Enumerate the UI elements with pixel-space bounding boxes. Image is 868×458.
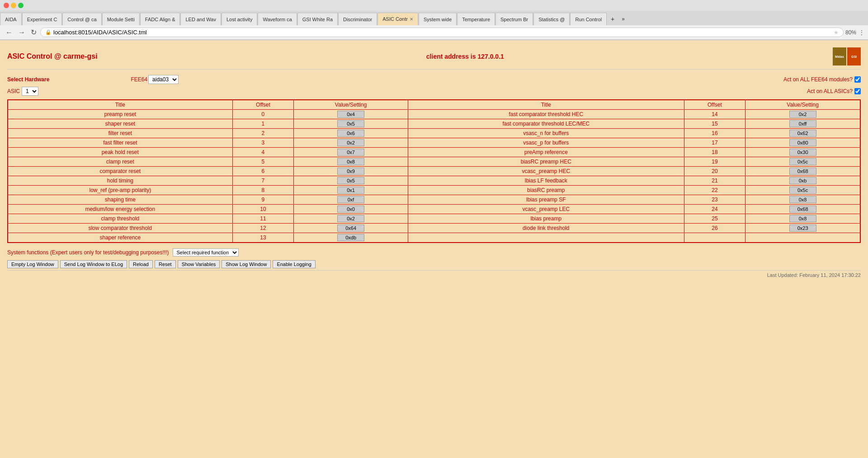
value-input-l[interactable]	[337, 196, 364, 203]
tab-module[interactable]: Module Setti	[102, 13, 140, 25]
cell-value-l[interactable]	[294, 167, 408, 176]
cell-value-r[interactable]	[745, 176, 860, 186]
value-input-l[interactable]	[337, 224, 364, 232]
new-tab-button[interactable]: +	[607, 14, 618, 24]
table-row: fast filter reset3vsasc_p for buffers17	[8, 138, 860, 148]
reload-page-button[interactable]: Reload	[129, 260, 153, 268]
tab-asic[interactable]: ASIC Contr ✕	[377, 13, 418, 25]
cell-value-r[interactable]	[745, 119, 860, 129]
cell-value-l[interactable]	[294, 233, 408, 243]
value-input-l[interactable]	[337, 149, 364, 156]
cell-value-r[interactable]	[745, 110, 860, 119]
tab-runcontrol[interactable]: Run Control	[570, 13, 607, 25]
table-row: filter reset2vsasc_n for buffers16	[8, 129, 860, 138]
value-input-r[interactable]	[789, 168, 816, 175]
hardware-label: Select Hardware	[7, 76, 49, 83]
act-all-asics-checkbox[interactable]	[854, 88, 861, 94]
show-variables-button[interactable]: Show Variables	[178, 260, 220, 268]
tab-discriminator[interactable]: Discriminator	[338, 13, 377, 25]
more-tabs-button[interactable]: »	[618, 14, 628, 24]
cell-value-r[interactable]	[745, 214, 860, 224]
act-all-fee64-checkbox[interactable]	[854, 76, 861, 83]
value-input-r[interactable]	[789, 206, 816, 213]
window-minimize-btn[interactable]	[11, 3, 16, 8]
cell-value-l[interactable]	[294, 119, 408, 129]
cell-value-r[interactable]	[745, 195, 860, 205]
show-log-button[interactable]: Show Log Window	[222, 260, 271, 268]
tab-fadc[interactable]: FADC Align &	[140, 13, 180, 25]
cell-value-r[interactable]	[745, 205, 860, 214]
window-maximize-btn[interactable]	[18, 3, 24, 8]
menu-icon[interactable]: ⋮	[859, 29, 864, 36]
cell-value-l[interactable]	[294, 157, 408, 167]
cell-value-r[interactable]	[745, 148, 860, 157]
window-close-btn[interactable]	[4, 3, 9, 8]
fee64-select[interactable]: aida03	[148, 75, 179, 84]
cell-value-l[interactable]	[294, 186, 408, 195]
cell-value-r[interactable]	[745, 233, 860, 243]
cell-value-l[interactable]	[294, 129, 408, 138]
tab-system[interactable]: System wide	[419, 13, 457, 25]
tab-spectrum[interactable]: Spectrum Br	[495, 13, 533, 25]
asic-select[interactable]: 1 2 3 4	[22, 87, 38, 96]
reset-button[interactable]: Reset	[155, 260, 176, 268]
send-log-button[interactable]: Send Log Window to ELog	[60, 260, 127, 268]
value-input-l[interactable]	[337, 234, 364, 241]
cell-value-r[interactable]	[745, 129, 860, 138]
page-title: ASIC Control @ carme-gsi	[7, 52, 98, 61]
value-input-l[interactable]	[337, 206, 364, 213]
value-input-r[interactable]	[789, 149, 816, 156]
value-input-l[interactable]	[337, 130, 364, 137]
value-input-r[interactable]	[789, 196, 816, 203]
value-input-l[interactable]	[337, 139, 364, 146]
forward-button[interactable]: →	[16, 28, 27, 37]
sys-function-select[interactable]: Select required function	[173, 248, 239, 257]
value-input-l[interactable]	[337, 215, 364, 222]
tab-close-icon[interactable]: ✕	[410, 17, 413, 22]
value-input-l[interactable]	[337, 111, 364, 118]
cell-value-r[interactable]	[745, 224, 860, 233]
cell-value-r[interactable]	[745, 138, 860, 148]
tab-experiment[interactable]: Experiment C	[22, 13, 62, 25]
cell-value-l[interactable]	[294, 205, 408, 214]
reload-button[interactable]: ↻	[29, 27, 38, 37]
value-input-r[interactable]	[789, 120, 816, 127]
cell-value-l[interactable]	[294, 138, 408, 148]
value-input-l[interactable]	[337, 177, 364, 184]
value-input-l[interactable]	[337, 168, 364, 175]
value-input-l[interactable]	[337, 120, 364, 127]
cell-value-l[interactable]	[294, 176, 408, 186]
value-input-l[interactable]	[337, 187, 364, 194]
value-input-r[interactable]	[789, 158, 816, 165]
back-button[interactable]: ←	[4, 28, 14, 37]
tab-waveform[interactable]: Waveform ca	[258, 13, 297, 25]
tab-control[interactable]: Control @ ca	[62, 13, 101, 25]
cell-value-l[interactable]	[294, 110, 408, 119]
cell-title-l: hold timing	[8, 176, 232, 186]
tab-aida[interactable]: AIDA	[0, 13, 22, 25]
cell-value-l[interactable]	[294, 214, 408, 224]
value-input-r[interactable]	[789, 177, 816, 184]
cell-value-r[interactable]	[745, 157, 860, 167]
cell-value-l[interactable]	[294, 148, 408, 157]
value-input-r[interactable]	[789, 139, 816, 146]
tab-temperature[interactable]: Temperature	[457, 13, 495, 25]
cell-value-l[interactable]	[294, 195, 408, 205]
tab-gsi[interactable]: GSI White Ra	[297, 13, 338, 25]
value-input-r[interactable]	[789, 215, 816, 222]
bookmark-icon[interactable]: ★	[834, 29, 839, 36]
address-input[interactable]	[53, 29, 832, 36]
value-input-r[interactable]	[789, 224, 816, 232]
value-input-r[interactable]	[789, 130, 816, 137]
cell-value-r[interactable]	[745, 167, 860, 176]
tab-statistics[interactable]: Statistics @	[533, 13, 570, 25]
enable-logging-button[interactable]: Enable Logging	[273, 260, 315, 268]
cell-value-r[interactable]	[745, 186, 860, 195]
value-input-r[interactable]	[789, 187, 816, 194]
cell-value-l[interactable]	[294, 224, 408, 233]
tab-lost[interactable]: Lost activity	[222, 13, 257, 25]
value-input-l[interactable]	[337, 158, 364, 165]
empty-log-button[interactable]: Empty Log Window	[7, 260, 58, 268]
tab-led[interactable]: LED and Wav	[180, 13, 221, 25]
value-input-r[interactable]	[789, 111, 816, 118]
